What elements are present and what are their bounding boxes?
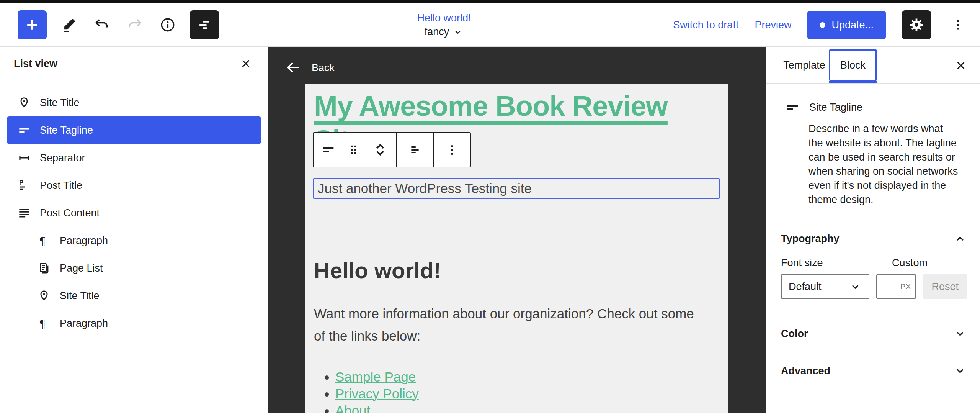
undo-button[interactable] [91,14,113,36]
editor-top-toolbar: Hello world! fancy Switch to draft Previ… [0,3,980,47]
info-icon [159,16,176,34]
font-size-select[interactable]: Default [781,274,869,299]
custom-font-size-input[interactable] [877,281,900,293]
list-view-title: List view [14,58,57,70]
advanced-panel-title: Advanced [781,365,830,377]
typography-controls: Default PX Reset [781,274,967,299]
page-link-privacy-policy[interactable]: Privacy Policy [335,386,419,401]
pending-dot-icon [820,22,825,28]
block-options-button[interactable] [444,142,460,157]
list-item-site-tagline[interactable]: Site Tagline [7,116,261,144]
font-size-label: Font size [781,257,892,269]
list-item-post-content[interactable]: Post Content [7,199,261,227]
update-button[interactable]: Update... [807,11,886,39]
preview-button[interactable]: Preview [755,19,791,31]
reset-button[interactable]: Reset [923,274,967,299]
site-tagline-icon [784,99,801,116]
list-item-label: Site Tagline [40,125,93,136]
block-inserter-button[interactable] [18,10,47,39]
list-item-site-title-2[interactable]: Site Title [7,282,261,310]
tab-block[interactable]: Block [829,49,877,81]
details-button[interactable] [157,14,178,36]
block-list: Site Title Site Tagline Separator P Post… [0,80,268,337]
chevron-down-icon [953,327,967,341]
block-info-header: Site Tagline [784,99,959,116]
update-button-label: Update... [831,19,874,31]
block-type-button[interactable] [321,142,336,157]
site-tagline-icon [321,142,336,157]
site-tagline-block-selected[interactable]: Just another WordPress Testing site [313,178,720,199]
typography-panel: Typography Font size Custom Default [766,220,980,315]
list-view-panel: List view Site Title Site Tagline [0,47,268,413]
block-toolbar-group-options [433,133,470,167]
redo-icon [126,16,143,33]
pencil-icon [61,17,77,33]
window-top-edge [0,0,980,3]
drag-handle-icon [346,142,361,157]
list-item-label: Paragraph [60,235,108,247]
block-name: Site Tagline [809,102,862,113]
paragraph-icon: ¶ [37,316,51,331]
document-title[interactable]: Hello world! [417,12,471,24]
options-menu-button[interactable] [947,14,969,36]
site-title-icon [37,288,51,303]
editor-canvas-region: Back My Awesome Book Review Site [268,47,766,413]
move-up-down-icon [371,141,389,159]
page-list-block: Sample Page Privacy Policy About [314,369,419,413]
typography-panel-toggle[interactable]: Typography [766,220,980,257]
close-icon [954,59,968,72]
text-align-button[interactable] [407,142,423,158]
post-title-text[interactable]: Hello world! [314,257,441,283]
page-list-icon [37,261,51,275]
close-settings-button[interactable] [952,56,970,75]
post-content-icon [17,206,31,220]
chevron-down-icon [452,26,464,38]
svg-text:¶: ¶ [40,234,45,247]
list-item-post-title[interactable]: P Post Title [7,172,261,199]
custom-font-size-field: PX [876,274,916,299]
ellipsis-icon [950,17,965,33]
color-panel-toggle[interactable]: Color [766,315,980,352]
post-paragraph[interactable]: Want more information about our organiza… [314,303,702,347]
custom-label: Custom [892,257,928,269]
list-item: About [335,402,419,413]
back-button[interactable]: Back [285,59,335,76]
back-arrow-icon [285,59,302,76]
list-item-site-title[interactable]: Site Title [7,89,261,116]
typography-labels: Font size Custom [781,257,967,269]
list-item-paragraph[interactable]: ¶ Paragraph [7,227,261,254]
settings-toggle-button[interactable] [902,10,931,39]
switch-to-draft-button[interactable]: Switch to draft [673,19,738,31]
list-item-separator[interactable]: Separator [7,144,261,172]
list-view-toggle-button[interactable] [190,10,219,39]
template-switcher[interactable]: fancy [425,26,464,38]
tools-button[interactable] [58,14,80,36]
page-link-sample-page[interactable]: Sample Page [335,369,416,384]
post-title-icon: P [17,178,31,193]
chevron-up-icon [953,232,967,246]
list-item-label: Paragraph [60,318,108,329]
chevron-down-icon [953,364,967,378]
list-item-label: Site Title [40,97,80,109]
list-item-label: Post Title [40,180,82,192]
list-item: Sample Page [335,369,419,385]
close-list-view-button[interactable] [237,55,254,72]
ellipsis-icon [444,142,460,157]
template-name: fancy [425,26,449,38]
svg-text:¶: ¶ [40,317,45,330]
advanced-panel-toggle[interactable]: Advanced [766,352,980,389]
move-block-buttons[interactable] [371,141,389,159]
font-size-value: Default [789,281,822,293]
list-view-header: List view [0,47,268,80]
list-item-paragraph-2[interactable]: ¶ Paragraph [7,310,261,337]
tab-template[interactable]: Template [779,47,829,84]
document-title-area: Hello world! fancy [375,3,513,47]
plus-icon [24,16,41,33]
drag-handle[interactable] [346,142,361,157]
post-canvas: My Awesome Book Review Site [305,84,728,413]
block-toolbar-group-align [396,133,433,167]
page-link-about[interactable]: About [335,403,370,413]
gear-icon [908,16,925,33]
redo-button[interactable] [124,14,145,36]
list-item-page-list[interactable]: Page List [7,254,261,282]
